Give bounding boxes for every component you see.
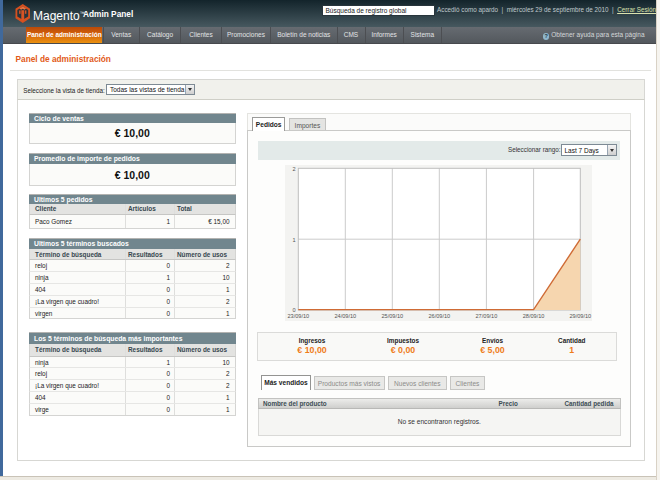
svg-text:1: 1 xyxy=(292,237,295,243)
svg-text:23/09/10: 23/09/10 xyxy=(287,313,309,319)
svg-text:29/09/10: 29/09/10 xyxy=(569,313,591,319)
svg-text:26/09/10: 26/09/10 xyxy=(428,313,450,319)
svg-text:28/09/10: 28/09/10 xyxy=(523,313,545,319)
svg-text:24/09/10: 24/09/10 xyxy=(334,313,356,319)
svg-text:27/09/10: 27/09/10 xyxy=(476,313,498,319)
svg-text:25/09/10: 25/09/10 xyxy=(381,313,403,319)
svg-text:2: 2 xyxy=(292,166,295,172)
